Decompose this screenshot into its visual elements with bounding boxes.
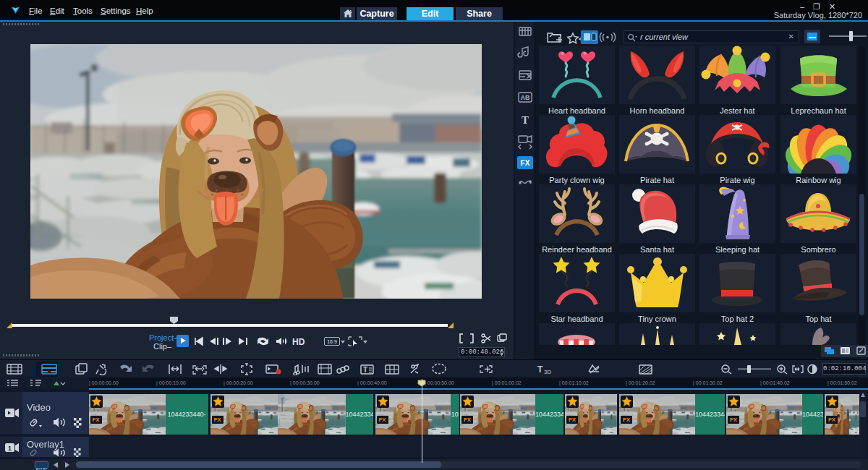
svg-text:HD: HD	[292, 337, 305, 346]
svg-text:1: 1	[8, 445, 12, 452]
svg-text:T: T	[537, 364, 543, 375]
svg-text:AB: AB	[521, 94, 530, 101]
svg-text:FX: FX	[521, 159, 530, 167]
svg-text:T: T	[363, 366, 367, 374]
svg-text:3D: 3D	[544, 369, 551, 375]
svg-text:T: T	[522, 114, 529, 126]
